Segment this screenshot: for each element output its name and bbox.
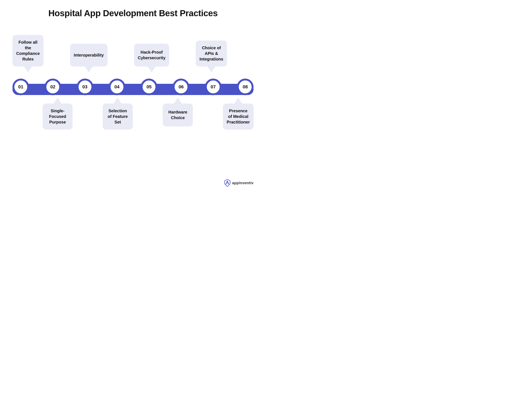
circle-item-4: 04 (109, 79, 125, 95)
bubble-box-b6: Hardware Choice (163, 104, 193, 126)
circle-item-5: 05 (141, 79, 157, 95)
bubble-box-1: Follow all the Compliance Rules (12, 35, 43, 67)
circle-outer-6: 06 (173, 79, 189, 95)
circle-item-1: 01 (12, 79, 29, 95)
bubble-bottom-2: Single-Focused Purpose (43, 104, 73, 130)
bubble-bottom-8: Presence of Medical Practitioner (223, 104, 254, 130)
bubble-label-b6: Hardware Choice (166, 109, 189, 121)
circle-outer-8: 08 (237, 79, 254, 95)
top-bubbles-row: Follow all the Compliance Rules Interope… (12, 35, 254, 67)
circle-inner-3: 03 (79, 80, 92, 93)
circle-inner-8: 08 (239, 80, 252, 93)
circle-item-2: 02 (45, 79, 61, 95)
circle-item-3: 03 (77, 79, 93, 95)
circle-inner-7: 07 (207, 80, 220, 93)
circle-outer-1: 01 (12, 79, 29, 95)
bubble-label-b4: Selection of Feature Set (106, 108, 129, 125)
bubble-bottom-4: Selection of Feature Set (103, 104, 133, 130)
bottom-bubbles-row: Single-Focused Purpose Selection of Feat… (12, 104, 254, 135)
circle-outer-5: 05 (141, 79, 157, 95)
bubble-box-b2: Single-Focused Purpose (43, 104, 73, 130)
bubble-box-b4: Selection of Feature Set (103, 104, 133, 130)
bubble-label-5: Hack-Proof Cybersecurity (138, 49, 165, 61)
bubble-bottom-6: Hardware Choice (163, 104, 193, 126)
bubble-top-7: Choice of APIs & Integrations (196, 41, 227, 67)
circle-item-6: 06 (173, 79, 189, 95)
bubble-box-3: Interoperability (70, 44, 107, 67)
circles-row: 01 02 03 04 05 06 (12, 79, 254, 95)
bubble-box-b8: Presence of Medical Practitioner (223, 104, 254, 130)
appinventiv-logo-icon (224, 179, 230, 187)
bubble-label-b8: Presence of Medical Practitioner (227, 108, 250, 125)
logo-text: appinventiv (232, 181, 254, 185)
circle-inner-1: 01 (14, 80, 27, 93)
circle-item-7: 07 (205, 79, 221, 95)
circle-outer-3: 03 (77, 79, 93, 95)
logo-area: appinventiv (224, 179, 254, 187)
bubble-label-3: Interoperability (74, 52, 104, 58)
diagram-container: Follow all the Compliance Rules Interope… (0, 22, 266, 193)
circle-inner-5: 05 (143, 80, 155, 93)
circle-outer-2: 02 (45, 79, 61, 95)
bubble-label-1: Follow all the Compliance Rules (16, 40, 40, 62)
circle-inner-4: 04 (111, 80, 123, 93)
bubble-box-5: Hack-Proof Cybersecurity (134, 44, 169, 67)
bubble-label-b2: Single-Focused Purpose (46, 108, 69, 125)
circle-outer-4: 04 (109, 79, 125, 95)
circle-inner-2: 02 (46, 80, 59, 93)
bubble-top-1: Follow all the Compliance Rules (12, 35, 43, 67)
bubble-top-5: Hack-Proof Cybersecurity (134, 44, 169, 67)
bubble-label-7: Choice of APIs & Integrations (200, 45, 223, 62)
page-title: Hospital App Development Best Practices (0, 0, 266, 20)
bubble-top-3: Interoperability (70, 44, 107, 67)
circle-item-8: 08 (237, 79, 254, 95)
circle-inner-6: 06 (174, 80, 187, 93)
bubble-box-7: Choice of APIs & Integrations (196, 41, 227, 67)
circle-outer-7: 07 (205, 79, 221, 95)
